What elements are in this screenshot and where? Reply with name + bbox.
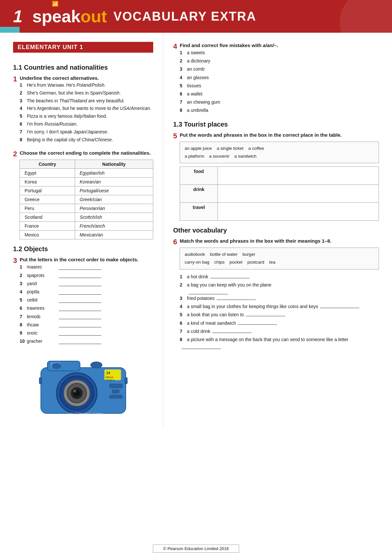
ex5-word-box: an apple juice a single ticket a coffee … [180, 142, 379, 164]
list-item: 5 a book that you can listen to [180, 311, 379, 319]
svg-text:PIXELS: PIXELS [106, 379, 115, 382]
wifi-icon: 📶 [52, 1, 58, 7]
table-row: FranceFrench/anch [20, 222, 153, 231]
list-item: 1 a hot drink [180, 273, 379, 281]
list-item: 2 a dictionary [180, 57, 278, 65]
table-row: EgyptEgyptian/ish [20, 169, 153, 178]
anagram-list: 1maarec 2spaprots 3yarid 4poptla 5cetkit… [20, 263, 138, 345]
list-item: 1 a sweets [180, 49, 278, 57]
svg-point-10 [74, 390, 76, 392]
header-decoration [340, 0, 392, 33]
table-row: MexicoMexican/an [20, 231, 153, 239]
page-footer: © Pearson Education Limited 2016 [0, 542, 392, 555]
list-item: 10gracher [20, 337, 138, 345]
right-column: 4 Find and correct five mistakes with a/… [163, 33, 392, 427]
list-item: 1maarec [20, 263, 138, 271]
svg-text:3.5x ZOOM f=6.6-19.8mm: 3.5x ZOOM f=6.6-19.8mm [69, 412, 103, 415]
nationality-table: Country Nationality EgyptEgyptian/ish Ko… [20, 160, 153, 239]
list-item: 2spaprots [20, 271, 138, 280]
subsection-title-11: 1.1 Countries and nationalities [13, 64, 153, 71]
svg-rect-16 [109, 384, 122, 388]
tourist-table: food drink travel [180, 166, 379, 221]
ex5-num: 5 [173, 131, 177, 141]
ex6-word-box: audiobook bottle of water burger carry-o… [180, 248, 379, 269]
ex3-num: 3 [13, 256, 17, 266]
tourist-label-drink: drink [180, 185, 218, 203]
list-item: 4 a small bag in your clothes for keepin… [180, 303, 379, 311]
list-item: 6 a wallet [180, 90, 278, 98]
list-item: 6 a kind of meat sandwich [180, 319, 379, 327]
camera-svg: 3.5x ZOOM f=6.6-19.8mm 14 MEGA PIXELS [34, 351, 132, 420]
list-item: 6trawrees [20, 304, 138, 312]
list-item: 8thcaw [20, 321, 138, 329]
svg-rect-18 [109, 395, 122, 398]
list-item: 2 a bag you can keep with you on the pla… [180, 281, 379, 289]
left-column: ELEMENTARY UNIT 1 1.1 Countries and nati… [0, 33, 163, 427]
tourist-label-travel: travel [180, 203, 218, 221]
table-row: KoreaKorean/an [20, 178, 153, 186]
ex1-instruction: Underline the correct alternatives. [20, 75, 99, 81]
subsection-title-12: 1.2 Objects [13, 245, 153, 253]
exercise-4: 4 Find and correct five mistakes with a/… [173, 42, 379, 115]
list-item: 7 an chewing gum [180, 98, 278, 106]
table-row: PeruPeruvian/ian [20, 204, 153, 213]
ex4-num: 4 [173, 42, 177, 51]
list-item: 7 a cold drink [180, 327, 379, 336]
exercise-1: 1 Underline the correct alternatives. 1 … [13, 75, 153, 144]
table-row: PortugalPortugali/uese [20, 186, 153, 195]
page-header: 1 speakout 📶 VOCABULARY EXTRA [0, 0, 392, 33]
svg-text:MEGA: MEGA [106, 376, 113, 379]
ex4-instruction: Find and correct five mistakes with a/an… [180, 43, 278, 48]
teal-accent-bar [0, 27, 20, 33]
exercise-5: 5 Put the words and phrases in the box i… [173, 131, 379, 221]
ex2-num: 2 [13, 149, 17, 159]
list-item: 8 a picture with a message on the back t… [180, 336, 379, 349]
table-row: ScotlandScottch/ish [20, 213, 153, 222]
section-title-bar: ELEMENTARY UNIT 1 [13, 42, 153, 53]
svg-rect-17 [112, 390, 119, 393]
exercise-3: 3 Put the letters in the correct order t… [13, 256, 153, 345]
main-content: ELEMENTARY UNIT 1 1.1 Countries and nati… [0, 33, 392, 427]
svg-rect-20 [125, 377, 127, 384]
table-row: food [180, 167, 379, 185]
speakout-logo: speakout 📶 [32, 7, 107, 26]
mistakes-list: 1 a sweets 2 a dictionary 3 an comb 4 an… [180, 49, 278, 115]
table-row: travel [180, 203, 379, 221]
exercise-6: 6 Match the words and phrases in the box… [173, 237, 379, 349]
ex1-num: 1 [13, 75, 17, 84]
vocab-extra-title: VOCABULARY EXTRA [113, 9, 256, 24]
vocab-match-list: 1 a hot drink 2 a bag you can keep with … [180, 273, 379, 349]
list-item [180, 289, 379, 294]
list-item: 7lemoib [20, 313, 138, 321]
logo-speak: speak [32, 7, 80, 26]
list-item: 9snoic [20, 329, 138, 337]
tourist-cell-food [218, 167, 379, 185]
camera-image: 3.5x ZOOM f=6.6-19.8mm 14 MEGA PIXELS [13, 351, 153, 421]
table-row: drink [180, 185, 379, 203]
svg-point-3 [90, 362, 102, 368]
ex3-instruction: Put the letters in the correct order to … [20, 257, 138, 262]
list-item: 4 an glasses [180, 74, 278, 82]
subsection-title-other: Other vocabulary [173, 227, 379, 234]
exercise-2: 2 Choose the correct ending to complete … [13, 149, 153, 239]
unit-number: 1 [13, 7, 23, 26]
tourist-cell-drink [218, 185, 379, 203]
list-item: 8 a umbrella [180, 106, 278, 114]
tourist-label-food: food [180, 167, 218, 185]
ex6-instruction: Match the words and phrases in the box w… [180, 238, 331, 244]
svg-rect-19 [39, 377, 42, 384]
list-item: 5 tissues [180, 82, 278, 90]
list-item: 3yarid [20, 280, 138, 288]
ex6-num: 6 [173, 237, 177, 247]
ex5-instruction: Put the words and phrases in the box in … [180, 132, 342, 138]
list-item: 3 an comb [180, 65, 278, 73]
footer-copyright: © Pearson Education Limited 2016 [153, 545, 239, 553]
list-item: 3 fried potatoes [180, 294, 379, 303]
subsection-title-13: 1.3 Tourist places [173, 121, 379, 128]
col-nationality: Nationality [75, 160, 153, 169]
table-row: GreeceGreek/cian [20, 195, 153, 204]
list-item: 4poptla [20, 288, 138, 296]
ex2-instruction: Choose the correct ending to complete th… [20, 150, 151, 156]
svg-text:14: 14 [106, 371, 110, 375]
list-item: 5cetkit [20, 296, 138, 304]
